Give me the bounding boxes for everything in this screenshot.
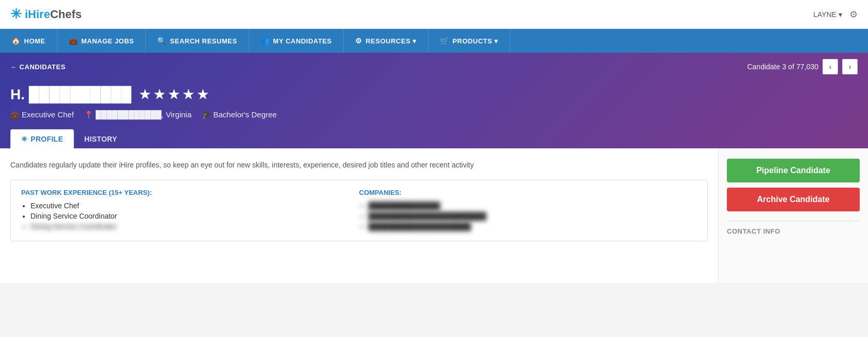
home-icon: 🏠: [11, 37, 21, 45]
top-bar: ✳ iHireChefs LAYNE ▾ ⚙: [0, 0, 868, 29]
tab-profile[interactable]: ✳ PROFILE: [10, 129, 74, 148]
star-4: ★: [182, 86, 195, 103]
location-detail: 📍 ████████████, Virginia: [84, 110, 192, 119]
products-icon: 🛒: [440, 37, 449, 45]
list-item: ██████████████: [369, 202, 697, 210]
job-title-detail: 💼 Executive Chef: [10, 110, 74, 119]
archive-candidate-button[interactable]: Archive Candidate: [727, 188, 860, 211]
tabs-row: ✳ PROFILE HISTORY: [10, 129, 858, 148]
candidate-name: H. ██████████: [10, 86, 131, 103]
star-1: ★: [139, 86, 151, 103]
history-tab-label: HISTORY: [84, 135, 117, 143]
companies-list: ██████████████ ███████████████████████ █…: [359, 202, 697, 231]
work-experience-list: Executive Chef Dining Service Coordinato…: [21, 202, 359, 231]
nav-products-label: PRODUCTS ▾: [452, 37, 498, 45]
logo-text: iHireChefs: [25, 8, 82, 21]
candidate-name-row: H. ██████████ ★ ★ ★ ★ ★: [10, 79, 858, 107]
nav-my-candidates[interactable]: 👥 MY CANDIDATES: [249, 29, 344, 53]
resources-icon: ⚙: [355, 37, 362, 45]
logo-ihire: iHire: [25, 8, 50, 21]
list-item: Dining Service Coordinator: [31, 222, 359, 231]
pagination-next-button[interactable]: ›: [842, 59, 858, 74]
content-left: Candidates regularly update their iHire …: [0, 148, 718, 283]
star-3: ★: [167, 86, 180, 103]
logo: ✳ iHireChefs: [10, 6, 82, 22]
candidate-nav-row: ← CANDIDATES Candidate 3 of 77,030 ‹ ›: [10, 53, 858, 79]
briefcase-icon: 💼: [69, 37, 78, 45]
work-experience-col: PAST WORK EXPERIENCE (15+ YEARS): Execut…: [21, 189, 359, 233]
education-detail: 🎓 Bachelor's Degree: [202, 110, 277, 119]
logo-icon: ✳: [10, 6, 22, 22]
pagination-prev-button[interactable]: ‹: [823, 59, 838, 74]
nav-my-candidates-label: MY CANDIDATES: [273, 37, 332, 45]
nav-resources[interactable]: ⚙ RESOURCES ▾: [344, 29, 429, 53]
candidate-job-title: Executive Chef: [22, 110, 74, 119]
list-item: Executive Chef: [31, 202, 359, 210]
candidate-education: Bachelor's Degree: [214, 110, 277, 119]
pipeline-candidate-button[interactable]: Pipeline Candidate: [727, 159, 860, 182]
search-icon: 🔍: [157, 37, 166, 45]
contact-info-section: CONTACT INFO: [727, 221, 860, 235]
candidate-pagination: Candidate 3 of 77,030 ‹ ›: [747, 59, 858, 74]
location-icon: 📍: [84, 111, 93, 119]
content-right: Pipeline Candidate Archive Candidate CON…: [718, 148, 868, 283]
nav-search-resumes[interactable]: 🔍 SEARCH RESUMES: [146, 29, 249, 53]
top-right: LAYNE ▾ ⚙: [813, 9, 858, 20]
user-menu[interactable]: LAYNE ▾: [813, 10, 842, 19]
tab-history[interactable]: HISTORY: [74, 130, 128, 148]
back-to-candidates[interactable]: ← CANDIDATES: [10, 63, 66, 71]
profile-tab-icon: ✳: [21, 135, 27, 143]
nav-products[interactable]: 🛒 PRODUCTS ▾: [429, 29, 510, 53]
main-content: Candidates regularly update their iHire …: [0, 148, 868, 283]
nav-search-resumes-label: SEARCH RESUMES: [170, 37, 237, 45]
work-experience-title: PAST WORK EXPERIENCE (15+ YEARS):: [21, 189, 359, 196]
list-item: ███████████████████████: [369, 212, 697, 220]
list-item: ████████████████████: [369, 222, 697, 231]
candidate-details: 💼 Executive Chef 📍 ████████████, Virgini…: [10, 107, 858, 127]
logo-chefs: Chefs: [50, 8, 82, 21]
companies-col: COMPANIES: ██████████████ ██████████████…: [359, 189, 697, 233]
star-2: ★: [153, 86, 166, 103]
gear-icon[interactable]: ⚙: [849, 9, 858, 20]
candidates-icon: 👥: [261, 37, 270, 45]
education-icon: 🎓: [202, 111, 211, 119]
candidate-location: ████████████, Virginia: [96, 110, 192, 119]
profile-note: Candidates regularly update their iHire …: [10, 160, 708, 171]
list-item: Dining Service Coordinator: [31, 212, 359, 220]
companies-title: COMPANIES:: [359, 189, 697, 196]
work-section-grid: PAST WORK EXPERIENCE (15+ YEARS): Execut…: [21, 189, 697, 233]
candidate-stars: ★ ★ ★ ★ ★: [139, 86, 209, 103]
nav-home[interactable]: 🏠 HOME: [0, 29, 57, 53]
nav-home-label: HOME: [24, 37, 45, 45]
candidate-header: ← CANDIDATES Candidate 3 of 77,030 ‹ › H…: [0, 53, 868, 148]
briefcase-detail-icon: 💼: [10, 111, 19, 119]
work-section: PAST WORK EXPERIENCE (15+ YEARS): Execut…: [10, 180, 708, 241]
nav-manage-jobs[interactable]: 💼 MANAGE JOBS: [57, 29, 146, 53]
nav-resources-label: RESOURCES ▾: [366, 37, 416, 45]
pagination-text: Candidate 3 of 77,030: [747, 63, 818, 71]
nav-bar: 🏠 HOME 💼 MANAGE JOBS 🔍 SEARCH RESUMES 👥 …: [0, 29, 868, 53]
nav-manage-jobs-label: MANAGE JOBS: [81, 37, 134, 45]
profile-tab-label: PROFILE: [31, 135, 63, 143]
star-5: ★: [196, 86, 209, 103]
